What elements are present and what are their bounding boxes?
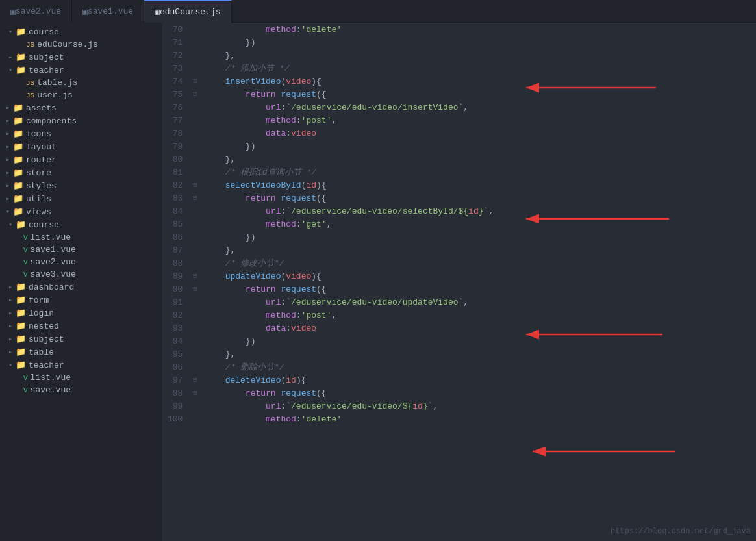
sidebar-item-views-teacher[interactable]: ▾ 📁 teacher (0, 359, 162, 371)
tab-eduCourse-label: eduCourse.js (160, 7, 221, 17)
sidebar-item-assets[interactable]: ▸ 📁 assets (0, 101, 162, 114)
tab-eduCourse-icon: ▣ (155, 6, 160, 17)
sidebar-item-views-table[interactable]: ▸ 📁 table (0, 346, 162, 359)
save3-vue-icon: V (23, 271, 28, 279)
views-teacher-folder-icon: 📁 (16, 360, 26, 370)
sidebar-item-icons[interactable]: ▸ 📁 icons (0, 127, 162, 140)
table-js-icon: JS (26, 79, 34, 87)
sidebar-item-eduCourse[interactable]: JS eduCourse.js (0, 38, 162, 51)
table-row: 81 /* 根据id查询小节 */ (162, 166, 756, 179)
sidebar-item-components[interactable]: ▸ 📁 components (0, 114, 162, 127)
table-row: 97 ⊟ deleteVideo(id){ (162, 373, 756, 386)
table-row: 86 }) (162, 231, 756, 244)
table-row: 77 method:'post', (162, 114, 756, 127)
table-row: 99 url:`/eduservice/edu-video/${id}`, (162, 399, 756, 412)
router-arrow: ▸ (3, 156, 13, 164)
sidebar-item-save2-vue[interactable]: V save2.vue (0, 256, 162, 268)
table-row: 87 }, (162, 244, 756, 257)
sidebar-item-views-course[interactable]: ▾ 📁 course (0, 218, 162, 231)
views-arrow: ▾ (3, 208, 13, 216)
code-editor[interactable]: 70 method:'delete' 71 }) 72 }, (162, 23, 756, 541)
sidebar-item-dashboard[interactable]: ▸ 📁 dashboard (0, 281, 162, 294)
table-row: 70 method:'delete' (162, 23, 756, 36)
course-folder-icon: 📁 (16, 27, 26, 37)
sidebar-item-teacher-top[interactable]: ▾ 📁 teacher (0, 64, 162, 77)
sidebar-item-save1-vue[interactable]: V save1.vue (0, 244, 162, 256)
table-row: 91 url:`/eduservice/edu-video/updateVide… (162, 296, 756, 308)
sidebar-item-router[interactable]: ▸ 📁 router (0, 153, 162, 166)
tab-eduCourse[interactable]: ▣ eduCourse.js (144, 0, 231, 23)
views-course-icon: 📁 (16, 220, 26, 230)
tab-save1[interactable]: ▣ save1.vue (72, 0, 144, 23)
table-row: 82 ⊟ selectVideoById(id){ (162, 179, 756, 192)
sidebar-item-views-subject[interactable]: ▸ 📁 subject (0, 333, 162, 346)
teacher-save-vue-icon: V (23, 386, 28, 394)
table-row: 98 ⊟ return request({ (162, 386, 756, 399)
dashboard-arrow: ▸ (5, 283, 16, 291)
tab-save1-label: save1.vue (88, 6, 133, 16)
icons-arrow: ▸ (3, 130, 13, 138)
sidebar-item-login[interactable]: ▸ 📁 login (0, 307, 162, 320)
sidebar-item-utils[interactable]: ▸ 📁 utils (0, 192, 162, 205)
store-arrow: ▸ (3, 169, 13, 177)
table-row: 94 }) (162, 334, 756, 347)
styles-arrow: ▸ (3, 182, 13, 190)
sidebar-item-store[interactable]: ▸ 📁 store (0, 166, 162, 179)
table-row: 73 /* 添加小节 */ (162, 62, 756, 75)
user-js-icon: JS (26, 92, 34, 99)
table-row: 85 method:'get', (162, 218, 756, 231)
table-row: 84 url:`/eduservice/edu-video/selectById… (162, 205, 756, 218)
sidebar-item-user-js[interactable]: JS user.js (0, 89, 162, 101)
sidebar-item-list-vue[interactable]: V list.vue (0, 231, 162, 244)
views-subject-folder-icon: 📁 (16, 334, 26, 344)
table-row: 93 data:video (162, 321, 756, 334)
sidebar-item-form[interactable]: ▸ 📁 form (0, 294, 162, 307)
sidebar: ▾ 📁 course JS eduCourse.js ▸ 📁 subject ▾… (0, 23, 162, 541)
save2-vue-icon: V (23, 258, 28, 266)
tab-save1-icon: ▣ (82, 6, 88, 17)
table-row: 88 /* 修改小节*/ (162, 257, 756, 270)
sidebar-item-styles[interactable]: ▸ 📁 styles (0, 179, 162, 192)
table-row: 71 }) (162, 36, 756, 49)
tab-save2-label: save2.vue (16, 6, 61, 16)
table-row: 100 method:'delete' (162, 412, 756, 425)
sidebar-item-nested[interactable]: ▸ 📁 nested (0, 320, 162, 333)
subject-top-arrow: ▸ (5, 53, 16, 61)
table-row: 80 }, (162, 153, 756, 166)
teacher-list-vue-icon: V (23, 374, 28, 382)
assets-arrow: ▸ (3, 104, 13, 112)
utils-folder-icon: 📁 (13, 194, 23, 204)
views-folder-icon: 📁 (13, 207, 23, 217)
sidebar-item-subject-top[interactable]: ▸ 📁 subject (0, 51, 162, 64)
sidebar-item-teacher-list-vue[interactable]: V list.vue (0, 371, 162, 384)
table-row: 79 }) (162, 140, 756, 153)
form-arrow: ▸ (5, 296, 16, 304)
tab-save2[interactable]: ▣ save2.vue (0, 0, 72, 23)
nested-folder-icon: 📁 (16, 321, 26, 331)
components-folder-icon: 📁 (13, 116, 23, 126)
table-row: 95 }, (162, 347, 756, 360)
views-table-arrow: ▸ (5, 348, 16, 356)
sidebar-item-layout[interactable]: ▸ 📁 layout (0, 140, 162, 153)
table-row: 90 ⊟ return request({ (162, 283, 756, 296)
table-row: 75 ⊟ return request({ (162, 88, 756, 101)
layout-folder-icon: 📁 (13, 142, 23, 152)
list-vue-icon: V (23, 234, 28, 242)
tab-save2-icon: ▣ (10, 6, 16, 17)
table-row: 76 url:`/eduservice/edu-video/insertVide… (162, 101, 756, 114)
table-row: 92 method:'post', (162, 308, 756, 321)
styles-folder-icon: 📁 (13, 181, 23, 191)
sidebar-item-views[interactable]: ▾ 📁 views (0, 205, 162, 218)
router-folder-icon: 📁 (13, 155, 23, 165)
login-folder-icon: 📁 (16, 308, 26, 318)
table-row: 72 }, (162, 49, 756, 62)
views-teacher-arrow: ▾ (5, 361, 16, 369)
sidebar-item-table-js[interactable]: JS table.js (0, 77, 162, 89)
store-folder-icon: 📁 (13, 168, 23, 178)
sidebar-item-course[interactable]: ▾ 📁 course (0, 25, 162, 38)
teacher-top-arrow: ▾ (5, 66, 16, 74)
views-table-folder-icon: 📁 (16, 347, 26, 357)
sidebar-item-save3-vue[interactable]: V save3.vue (0, 268, 162, 281)
sidebar-item-teacher-save-vue[interactable]: V save.vue (0, 384, 162, 396)
login-arrow: ▸ (5, 309, 16, 317)
